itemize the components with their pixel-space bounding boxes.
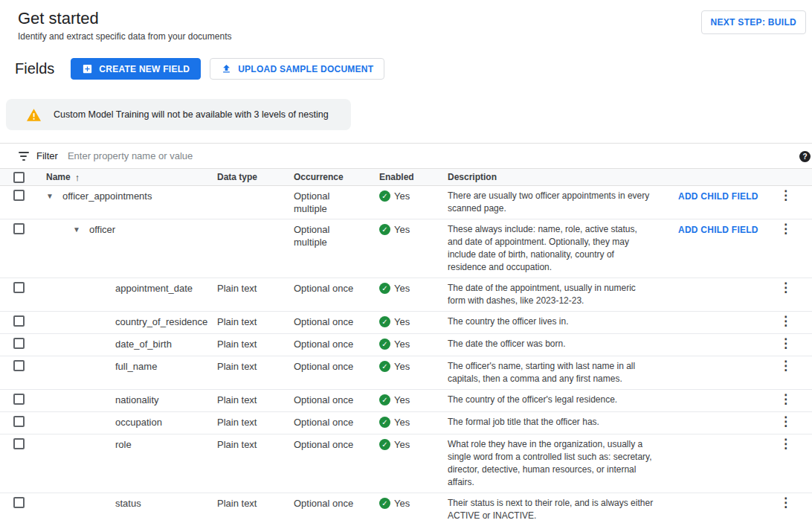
field-occurrence: Optional multiple — [294, 219, 379, 252]
field-description: The country of the officer's legal resid… — [448, 390, 660, 410]
field-data-type: Plain text — [217, 412, 294, 432]
field-description: The country the officer lives in. — [448, 312, 660, 332]
chevron-down-icon[interactable]: ▼ — [46, 190, 62, 202]
enabled-check-icon: ✓ — [379, 339, 390, 350]
filter-input[interactable] — [68, 150, 544, 161]
field-name: date_of_birth — [115, 338, 172, 350]
next-step-build-button[interactable]: NEXT STEP: BUILD — [701, 10, 806, 34]
enabled-check-icon: ✓ — [379, 224, 390, 235]
field-data-type: Plain text — [217, 390, 294, 410]
fields-toolbar: Fields CREATE NEW FIELD UPLOAD SAMPLE DO… — [15, 58, 812, 80]
enabled-check-icon: ✓ — [379, 394, 390, 405]
field-description: The date of the appointment, usually in … — [448, 278, 660, 311]
column-header-name[interactable]: Name — [46, 171, 71, 184]
row-checkbox[interactable] — [13, 416, 25, 427]
select-all-checkbox[interactable] — [13, 172, 25, 183]
app-window: Get started Identify and extract specifi… — [0, 0, 812, 526]
field-description: What role they have in the organization,… — [448, 434, 660, 493]
row-checkbox[interactable] — [13, 497, 25, 508]
row-checkbox[interactable] — [13, 438, 25, 449]
enabled-check-icon: ✓ — [379, 361, 390, 372]
row-checkbox[interactable] — [13, 338, 25, 349]
field-name: officer — [89, 223, 115, 236]
table-row: country_of_residencePlain textOptional o… — [0, 312, 812, 334]
enabled-check-icon: ✓ — [379, 316, 390, 327]
warning-banner: Custom Model Training will not be availa… — [6, 99, 351, 130]
field-data-type: Plain text — [217, 493, 294, 513]
enabled-check-icon: ✓ — [379, 439, 390, 450]
enabled-label: Yes — [394, 223, 410, 236]
add-child-field-button[interactable]: ADD CHILD FIELD — [678, 191, 758, 202]
column-header-data-type[interactable]: Data type — [217, 169, 294, 185]
field-occurrence: Optional once — [294, 434, 379, 455]
field-description: There are usually two officer appointmen… — [448, 186, 660, 219]
field-name: role — [115, 438, 132, 451]
row-checkbox[interactable] — [13, 223, 25, 234]
enabled-label: Yes — [394, 315, 410, 328]
field-occurrence: Optional once — [294, 356, 379, 376]
field-data-type — [217, 219, 294, 227]
enabled-label: Yes — [394, 360, 410, 373]
enabled-check-icon: ✓ — [379, 417, 390, 428]
table-row: date_of_birthPlain textOptional once✓Yes… — [0, 334, 812, 356]
field-occurrence: Optional multiple — [294, 186, 379, 219]
kebab-menu-icon[interactable]: ⋮ — [779, 314, 792, 328]
add-child-field-button[interactable]: ADD CHILD FIELD — [678, 225, 758, 235]
kebab-menu-icon[interactable]: ⋮ — [779, 188, 792, 202]
field-name: status — [115, 497, 141, 510]
field-data-type: Plain text — [217, 312, 294, 332]
field-description: Their status is next to their role, and … — [448, 493, 660, 526]
row-checkbox[interactable] — [13, 190, 25, 201]
row-checkbox[interactable] — [13, 315, 25, 327]
kebab-menu-icon[interactable]: ⋮ — [779, 359, 792, 373]
page-title: Get started — [18, 9, 231, 28]
help-icon[interactable]: ? — [799, 151, 811, 162]
filter-bar: Filter ? — [0, 143, 812, 168]
enabled-label: Yes — [394, 438, 410, 451]
page-header: Get started Identify and extract specifi… — [0, 0, 812, 42]
row-checkbox[interactable] — [13, 360, 25, 371]
table-row: appointment_datePlain textOptional once✓… — [0, 278, 812, 312]
upload-sample-document-button[interactable]: UPLOAD SAMPLE DOCUMENT — [210, 58, 384, 80]
field-data-type — [217, 186, 294, 193]
field-occurrence: Optional once — [294, 334, 379, 354]
table-row: ▼officer_appointmentsOptional multiple✓Y… — [0, 186, 812, 219]
row-checkbox[interactable] — [13, 282, 25, 293]
kebab-menu-icon[interactable]: ⋮ — [779, 495, 792, 510]
column-header-enabled[interactable]: Enabled — [379, 169, 448, 185]
page-header-text: Get started Identify and extract specifi… — [18, 9, 231, 42]
create-new-field-button[interactable]: CREATE NEW FIELD — [71, 58, 201, 80]
kebab-menu-icon[interactable]: ⋮ — [779, 414, 792, 429]
field-name: officer_appointments — [62, 190, 152, 202]
filter-icon — [18, 152, 29, 161]
field-occurrence: Optional once — [294, 493, 379, 513]
sort-ascending-icon[interactable]: ↑ — [75, 171, 80, 184]
filter-label: Filter — [36, 150, 58, 161]
add-box-icon — [82, 63, 93, 74]
field-name: full_name — [115, 360, 157, 373]
chevron-down-icon[interactable]: ▼ — [73, 223, 89, 236]
kebab-menu-icon[interactable]: ⋮ — [779, 222, 792, 236]
table-row: rolePlain textOptional once✓YesWhat role… — [0, 434, 812, 493]
enabled-label: Yes — [394, 190, 410, 202]
column-header-occurrence[interactable]: Occurrence — [294, 169, 379, 185]
kebab-menu-icon[interactable]: ⋮ — [779, 336, 792, 350]
enabled-label: Yes — [394, 282, 410, 295]
fields-section-title: Fields — [15, 60, 54, 77]
kebab-menu-icon[interactable]: ⋮ — [779, 437, 792, 451]
kebab-menu-icon[interactable]: ⋮ — [779, 280, 792, 295]
field-description: The date the officer was born. — [448, 334, 660, 354]
kebab-menu-icon[interactable]: ⋮ — [779, 392, 792, 406]
field-name: country_of_residence — [115, 315, 207, 328]
enabled-check-icon: ✓ — [379, 498, 390, 509]
field-name: nationality — [115, 394, 159, 406]
table-body: ▼officer_appointmentsOptional multiple✓Y… — [0, 186, 812, 526]
field-data-type: Plain text — [217, 334, 294, 354]
column-header-description[interactable]: Description — [448, 169, 660, 185]
page-subtitle: Identify and extract specific data from … — [18, 31, 231, 42]
field-name: appointment_date — [115, 282, 193, 295]
field-occurrence: Optional once — [294, 312, 379, 332]
field-description: These always include: name, role, active… — [448, 219, 660, 278]
row-checkbox[interactable] — [13, 394, 25, 405]
table-row: occupationPlain textOptional once✓YesThe… — [0, 412, 812, 434]
